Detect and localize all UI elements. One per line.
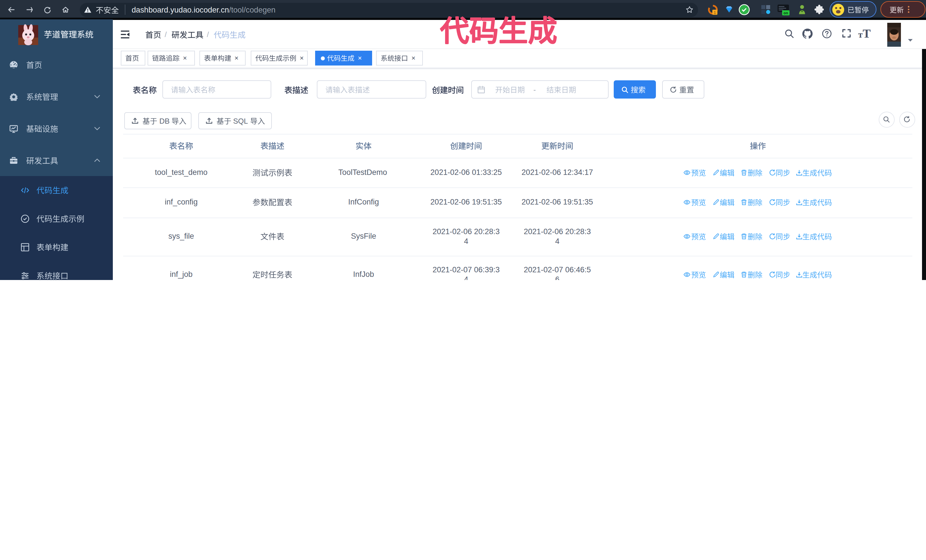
svg-text:1: 1 xyxy=(714,10,716,15)
svg-text:on: on xyxy=(784,11,788,15)
